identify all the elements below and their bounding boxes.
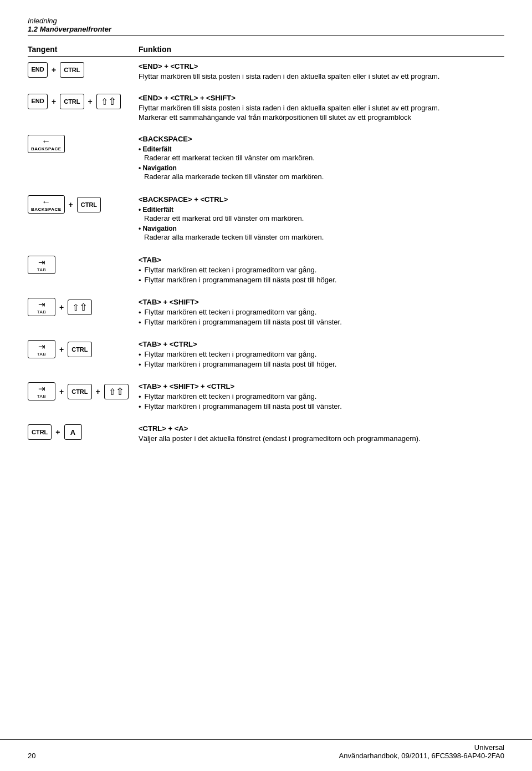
footer-doc-ref: Användarhandbok, 09/2011, 6FC5398-6AP40-… bbox=[339, 752, 505, 760]
key-column: ⇥ TAB + CTRL + ⇧ bbox=[28, 381, 139, 400]
table-row: ← BACKSPACE + CTRL <BACKSPACE> + <CTRL> … bbox=[28, 194, 504, 244]
table-row: END + CTRL + ⇧ <END> + <CTRL> + <SHIFT> … bbox=[28, 93, 504, 123]
backspace-arrow-icon: ← bbox=[42, 136, 50, 146]
end-key: END bbox=[28, 62, 48, 78]
key-column: ⇥ TAB + CTRL bbox=[28, 339, 139, 358]
plus-sign: + bbox=[52, 65, 56, 74]
table-row: ⇥ TAB + CTRL <TAB> + <CTRL> • Flyttar ma… bbox=[28, 339, 504, 370]
func-text: Flyttar markören till sista posten i sis… bbox=[139, 104, 504, 112]
func-text: Raderar ett markerat ord till vänster om… bbox=[139, 214, 504, 222]
plus-sign: + bbox=[59, 303, 64, 312]
shift-arrow-icon: ⇧ bbox=[109, 385, 124, 398]
bullet-item: • Flyttar markören i programmanagern til… bbox=[139, 276, 504, 285]
tab-key: ⇥ TAB bbox=[28, 340, 55, 358]
bullet-text: Flyttar markören ett tecken i programedi… bbox=[145, 266, 317, 274]
bullet-item: • Flyttar markören ett tecken i programe… bbox=[139, 308, 504, 317]
func-heading: <TAB> + <CTRL> bbox=[139, 340, 504, 348]
col-header-funktion: Funktion bbox=[139, 45, 504, 54]
func-text: Väljer alla poster i det aktuella fönstr… bbox=[139, 434, 504, 443]
bullet-item: • Flyttar markören ett tecken i programe… bbox=[139, 350, 504, 359]
bullet-text: Flyttar markören ett tecken i programedi… bbox=[145, 392, 317, 400]
tab-label: TAB bbox=[37, 394, 46, 399]
bullet-dot: • bbox=[139, 361, 141, 369]
section-block: • Editierfält Raderar ett markerat ord t… bbox=[139, 206, 504, 222]
func-heading: <END> + <CTRL> bbox=[139, 62, 504, 70]
function-column: <TAB> + <SHIFT> • Flyttar markören ett t… bbox=[139, 297, 504, 328]
bullet-item: • Flyttar markören i programmanagern til… bbox=[139, 318, 504, 327]
function-column: <END> + <CTRL> + <SHIFT> Flyttar marköre… bbox=[139, 93, 504, 123]
tab-label: TAB bbox=[37, 310, 46, 315]
ctrl-key: CTRL bbox=[60, 62, 84, 78]
func-heading: <TAB> + <SHIFT> bbox=[139, 298, 504, 306]
bullet-dot: • bbox=[139, 308, 141, 317]
bullet-dot: • bbox=[139, 318, 141, 327]
table-row: ⇥ TAB + CTRL + ⇧ <TAB> + <SHIFT> + <CTRL… bbox=[28, 381, 504, 412]
plus-sign: + bbox=[52, 97, 56, 106]
key-column: END + CTRL bbox=[28, 61, 139, 78]
bullet-text: Flyttar markören i programmanagern till … bbox=[145, 276, 337, 284]
func-heading: <BACKSPACE> bbox=[139, 135, 504, 143]
function-column: <BACKSPACE> • Editerfält Raderar ett mar… bbox=[139, 134, 504, 183]
plus-sign: + bbox=[55, 428, 60, 437]
bullet-item: • Flyttar markören i programmanagern til… bbox=[139, 402, 504, 411]
plus-sign: + bbox=[59, 345, 64, 354]
page-footer: 20 Universal Användarhandbok, 09/2011, 6… bbox=[0, 739, 532, 760]
key-column: ⇥ TAB + ⇧ bbox=[28, 297, 139, 316]
function-column: <TAB> + <SHIFT> + <CTRL> • Flyttar markö… bbox=[139, 381, 504, 412]
tab-arrows-icon: ⇥ bbox=[38, 342, 45, 352]
key-column: ⇥ TAB bbox=[28, 255, 139, 274]
backspace-label: BACKSPACE bbox=[31, 146, 62, 151]
shift-arrow-icon: ⇧ bbox=[101, 95, 116, 108]
end-key: END bbox=[28, 94, 48, 109]
bullet-item: • Flyttar markören ett tecken i programe… bbox=[139, 266, 504, 275]
table-row: END + CTRL <END> + <CTRL> Flyttar markör… bbox=[28, 61, 504, 82]
backspace-key: ← BACKSPACE bbox=[28, 135, 65, 153]
shift-key: ⇧ bbox=[96, 94, 121, 109]
ctrl-key: CTRL bbox=[68, 342, 91, 357]
ctrl-key: CTRL bbox=[77, 197, 101, 212]
func-text: Raderar ett markerat tecken till vänster… bbox=[139, 154, 504, 162]
page-title: Inledning bbox=[28, 17, 504, 25]
bullet-dot: • bbox=[139, 403, 141, 411]
function-column: <CTRL> + <A> Väljer alla poster i det ak… bbox=[139, 423, 504, 444]
func-heading: <CTRL> + <A> bbox=[139, 424, 504, 433]
function-column: <TAB> • Flyttar markören ett tecken i pr… bbox=[139, 255, 504, 286]
func-text: Raderar alla markerade tecken till vänst… bbox=[139, 173, 504, 181]
table-row: ← BACKSPACE <BACKSPACE> • Editerfält Rad… bbox=[28, 134, 504, 183]
page-subtitle: 1.2 Manöverpanelfronter bbox=[28, 25, 504, 33]
key-column: END + CTRL + ⇧ bbox=[28, 93, 139, 109]
shift-key: ⇧ bbox=[104, 384, 129, 399]
bullet-dot: • bbox=[139, 351, 141, 359]
navigation-label: • Navigation bbox=[139, 164, 504, 172]
function-column: <TAB> + <CTRL> • Flyttar markören ett te… bbox=[139, 339, 504, 370]
key-column: ← BACKSPACE + CTRL bbox=[28, 194, 139, 214]
func-heading: <BACKSPACE> + <CTRL> bbox=[139, 195, 504, 204]
func-heading: <TAB> bbox=[139, 256, 504, 264]
bullet-dot: • bbox=[139, 266, 141, 275]
page: Inledning 1.2 Manöverpanelfronter Tangen… bbox=[0, 0, 532, 488]
shift-key: ⇧ bbox=[68, 300, 92, 315]
func-subheading: • Editerfält bbox=[139, 145, 504, 153]
tab-arrows-icon: ⇥ bbox=[38, 257, 45, 267]
footer-brand: Universal bbox=[339, 743, 505, 752]
plus-sign: + bbox=[96, 387, 100, 396]
tab-key: ⇥ TAB bbox=[28, 256, 55, 274]
section-block: • Navigation Raderar alla markerade teck… bbox=[139, 164, 504, 181]
backspace-label: BACKSPACE bbox=[31, 207, 62, 212]
ctrl-key: CTRL bbox=[60, 94, 84, 109]
ctrl-key: CTRL bbox=[28, 424, 52, 440]
bullet-text: Flyttar markören i programmanagern till … bbox=[145, 402, 342, 410]
bullet-text: Flyttar markören ett tecken i programedi… bbox=[145, 350, 317, 358]
bullet-item: • Flyttar markören i programmanagern til… bbox=[139, 360, 504, 369]
function-column: <END> + <CTRL> Flyttar markören till sis… bbox=[139, 61, 504, 82]
plus-sign: + bbox=[59, 387, 64, 396]
tab-key: ⇥ TAB bbox=[28, 382, 55, 400]
section-block: • Editerfält Raderar ett markerat tecken… bbox=[139, 145, 504, 162]
func-heading: <TAB> + <SHIFT> + <CTRL> bbox=[139, 382, 504, 390]
bullet-text: Flyttar markören ett tecken i programedi… bbox=[145, 308, 317, 316]
backspace-arrow-icon: ← bbox=[42, 197, 50, 207]
column-headers: Tangent Funktion bbox=[28, 45, 504, 57]
page-header: Inledning 1.2 Manöverpanelfronter bbox=[28, 17, 504, 36]
func-heading: <END> + <CTRL> + <SHIFT> bbox=[139, 94, 504, 102]
ctrl-key: CTRL bbox=[68, 384, 91, 399]
